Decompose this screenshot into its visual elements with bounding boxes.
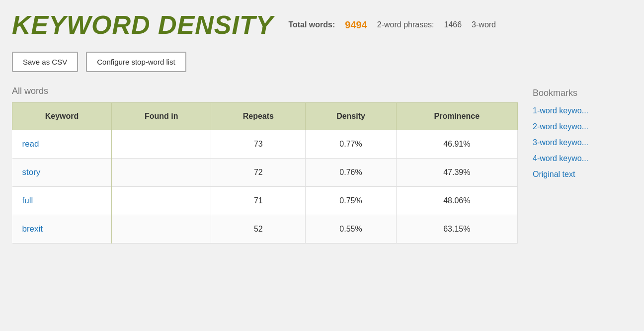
keyword-cell: story <box>12 159 112 187</box>
col-header-prominence: Prominence <box>396 103 517 130</box>
density-cell: 0.77% <box>306 130 396 159</box>
two-word-value: 1466 <box>444 20 462 29</box>
col-header-repeats: Repeats <box>211 103 306 130</box>
found-in-cell <box>112 159 211 187</box>
keyword-cell: read <box>12 130 112 159</box>
table-section: All words Keyword Found in Repeats Densi… <box>12 86 518 321</box>
col-header-keyword: Keyword <box>12 103 112 130</box>
prominence-cell: 47.39% <box>396 159 517 187</box>
total-words-value: 9494 <box>345 19 367 31</box>
repeats-cell: 72 <box>211 159 306 187</box>
keyword-link[interactable]: full <box>22 196 33 205</box>
density-cell: 0.75% <box>306 187 396 215</box>
page-wrapper: KEYWORD DENSITY Total words: 9494 2-word… <box>0 0 644 331</box>
header: KEYWORD DENSITY Total words: 9494 2-word… <box>12 10 632 40</box>
keyword-link[interactable]: story <box>22 167 41 177</box>
bookmarks-label: Bookmarks <box>533 88 632 98</box>
save-csv-button[interactable]: Save as CSV <box>12 52 78 72</box>
total-words-label: Total words: <box>288 20 335 29</box>
keyword-cell: brexit <box>12 215 112 244</box>
all-words-label: All words <box>12 86 518 96</box>
table-row: read730.77%46.91% <box>12 130 518 159</box>
table-row: brexit520.55%63.15% <box>12 215 518 244</box>
bookmark-link-2[interactable]: 3-word keywo... <box>533 138 632 147</box>
toolbar: Save as CSV Configure stop-word list <box>12 52 632 72</box>
col-header-density: Density <box>306 103 396 130</box>
density-cell: 0.76% <box>306 159 396 187</box>
prominence-cell: 48.06% <box>396 187 517 215</box>
content-area: All words Keyword Found in Repeats Densi… <box>12 86 632 321</box>
repeats-cell: 73 <box>211 130 306 159</box>
prominence-cell: 46.91% <box>396 130 517 159</box>
table-row: full710.75%48.06% <box>12 187 518 215</box>
table-header-row: Keyword Found in Repeats Density Promine… <box>12 103 518 130</box>
bookmark-link-3[interactable]: 4-word keywo... <box>533 154 632 163</box>
bookmark-link-0[interactable]: 1-word keywo... <box>533 106 632 115</box>
keyword-link[interactable]: brexit <box>22 224 43 234</box>
two-word-label: 2-word phrases: <box>377 20 434 29</box>
repeats-cell: 71 <box>211 187 306 215</box>
found-in-cell <box>112 215 211 244</box>
col-header-found-in: Found in <box>112 103 211 130</box>
prominence-cell: 63.15% <box>396 215 517 244</box>
repeats-cell: 52 <box>211 215 306 244</box>
table-row: story720.76%47.39% <box>12 159 518 187</box>
keyword-cell: full <box>12 187 112 215</box>
bookmark-link-1[interactable]: 2-word keywo... <box>533 122 632 131</box>
bookmark-link-4[interactable]: Original text <box>533 170 632 179</box>
keyword-link[interactable]: read <box>22 139 39 149</box>
bookmarks-links: 1-word keywo...2-word keywo...3-word key… <box>533 106 632 179</box>
density-cell: 0.55% <box>306 215 396 244</box>
configure-stopword-button[interactable]: Configure stop-word list <box>86 52 186 72</box>
keyword-table: Keyword Found in Repeats Density Promine… <box>12 102 518 244</box>
three-word-label: 3-word <box>472 20 496 29</box>
found-in-cell <box>112 187 211 215</box>
stats-bar: Total words: 9494 2-word phrases: 1466 3… <box>288 19 496 31</box>
bookmarks-section: Bookmarks 1-word keywo...2-word keywo...… <box>533 86 632 321</box>
page-title: KEYWORD DENSITY <box>12 10 273 40</box>
found-in-cell <box>112 130 211 159</box>
